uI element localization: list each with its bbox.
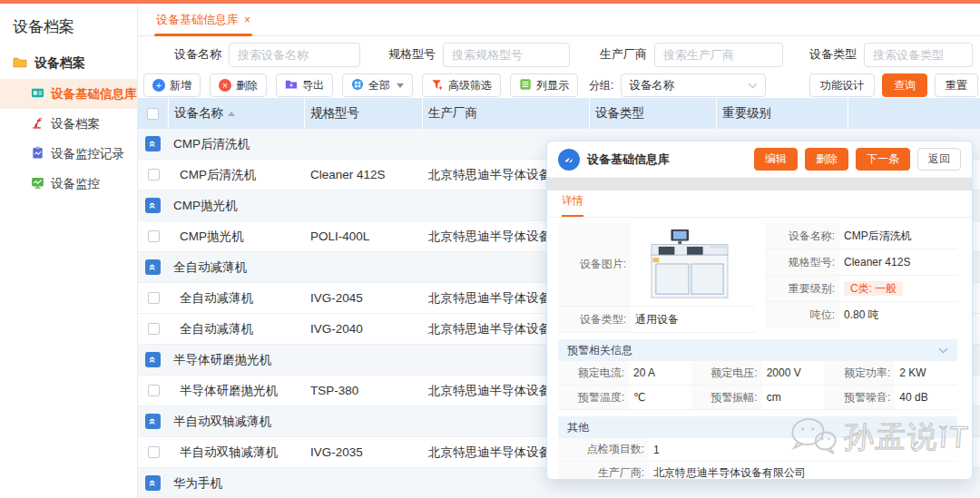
row-checkbox[interactable] — [148, 292, 160, 304]
device-name-input[interactable] — [229, 43, 360, 67]
clipboard-icon — [31, 146, 44, 162]
modal-header: 设备基础信息库 编辑 删除 下一条 返回 — [547, 142, 972, 178]
tab-label: 设备基础信息库 — [156, 12, 239, 28]
export-folder-icon — [285, 78, 298, 93]
collapse-group-icon[interactable]: « — [145, 475, 161, 491]
monitor-chart-icon — [31, 176, 44, 192]
sidebar-item-label: 设备档案 — [51, 116, 100, 132]
export-button[interactable]: 导出 — [276, 73, 333, 97]
funnel-icon — [431, 78, 444, 93]
page-title: 设备档案 — [0, 4, 137, 48]
add-button[interactable]: + 新增 — [143, 73, 201, 97]
sidebar: 设备档案 设备档案 设备基础信息库 设备档案 设备监控记录 设备监控 — [0, 4, 138, 498]
equipment-photo — [631, 225, 742, 304]
level-label: 重要级别: — [765, 276, 839, 301]
app-logo-icon — [558, 149, 580, 171]
filter-label: 规格型号 — [388, 46, 436, 63]
toolbar: + 新增 × 删除 导出 全部 高级筛选 — [138, 73, 980, 98]
modal-divider-strip — [547, 178, 972, 190]
collapse-group-icon[interactable]: « — [145, 198, 161, 213]
advanced-filter-button[interactable]: 高级筛选 — [422, 73, 501, 97]
select-all-checkbox[interactable] — [147, 108, 159, 120]
sidebar-item-device-archive-root[interactable]: 设备档案 — [0, 48, 137, 79]
level-badge: C类: 一般 — [844, 281, 903, 296]
group-by-value: 设备名称 — [629, 78, 674, 93]
model-label: 规格型号: — [765, 249, 839, 275]
other-section-header[interactable]: 其他 — [558, 416, 957, 438]
columns-list-icon — [519, 78, 532, 93]
collapse-group-icon[interactable]: « — [145, 414, 161, 429]
table-header: 设备名称 规格型号 生产厂商 设备类型 重要级别 — [138, 98, 980, 129]
sidebar-item-device-monitor-records[interactable]: 设备监控记录 — [0, 139, 137, 169]
tab-detail[interactable]: 详情 — [562, 193, 583, 217]
device-type-input[interactable] — [864, 43, 973, 67]
collapse-group-icon[interactable]: « — [145, 259, 161, 275]
other-fields: 点检项目数:1 生产厂商:北京特思迪半导体设备有限公司 — [558, 438, 957, 480]
name-label: 设备名称: — [765, 223, 839, 249]
model-value: Cleaner 412S — [839, 256, 910, 269]
collapse-group-icon[interactable]: « — [145, 136, 161, 151]
warning-fields: 额定电流:20 A 额定电压:2000 V 额定功率:2 KW 预警温度:℃ 预… — [558, 361, 957, 410]
caret-down-icon — [397, 83, 404, 88]
type-value: 通用设备 — [631, 312, 679, 327]
sidebar-item-label: 设备监控记录 — [51, 146, 124, 162]
warning-section-header[interactable]: 预警相关信息 — [558, 339, 957, 361]
sidebar-item-label: 设备监控 — [51, 176, 100, 192]
type-label: 设备类型: — [558, 307, 631, 332]
tonnage-label: 吨位: — [765, 302, 839, 328]
chevron-down-icon — [938, 347, 948, 354]
column-header-level[interactable]: 重要级别 — [717, 98, 848, 129]
chevron-down-icon — [938, 425, 948, 431]
plus-circle-icon: + — [152, 79, 165, 92]
filter-label: 生产厂商 — [600, 46, 647, 63]
filter-device-type: 设备类型 — [809, 43, 973, 67]
column-header-name[interactable]: 设备名称 — [169, 98, 305, 129]
filter-bar: 设备名称 规格型号 生产厂商 设备类型 — [138, 36, 980, 73]
manufacturer-input[interactable] — [654, 43, 783, 67]
sidebar-item-device-info-db[interactable]: 设备基础信息库 — [0, 79, 137, 109]
reset-button[interactable]: 重置 — [935, 73, 978, 97]
grid-circle-icon — [351, 78, 364, 93]
collapse-group-icon[interactable]: « — [145, 352, 161, 367]
filter-label: 设备名称 — [174, 46, 221, 63]
name-value: CMP后清洗机 — [839, 229, 912, 244]
row-checkbox[interactable] — [148, 446, 160, 458]
next-record-button[interactable]: 下一条 — [856, 148, 910, 171]
modal-title: 设备基础信息库 — [587, 151, 670, 168]
modal-tab-bar: 详情 — [547, 190, 972, 218]
function-design-button[interactable]: 功能设计 — [809, 73, 875, 97]
row-checkbox[interactable] — [148, 385, 160, 396]
chevron-down-icon — [748, 79, 758, 92]
filter-model: 规格型号 — [388, 43, 570, 67]
back-button[interactable]: 返回 — [917, 148, 961, 171]
modal-delete-button[interactable]: 删除 — [805, 148, 848, 171]
id-card-icon — [31, 86, 44, 103]
detail-modal: 设备基础信息库 编辑 删除 下一条 返回 详情 设备图片: — [546, 141, 973, 480]
row-checkbox[interactable] — [148, 230, 160, 242]
column-header-model[interactable]: 规格型号 — [305, 98, 423, 129]
edit-button[interactable]: 编辑 — [754, 148, 798, 171]
sidebar-item-label: 设备基础信息库 — [51, 86, 137, 103]
column-header-manufacturer[interactable]: 生产厂商 — [423, 98, 590, 129]
row-checkbox[interactable] — [148, 323, 160, 335]
row-checkbox[interactable] — [148, 169, 160, 181]
tab-close-icon[interactable]: × — [244, 14, 250, 26]
model-input[interactable] — [443, 43, 570, 67]
sort-asc-icon — [228, 112, 235, 116]
sidebar-item-device-monitor[interactable]: 设备监控 — [0, 169, 137, 199]
close-circle-icon: × — [219, 79, 231, 92]
folder-icon — [13, 55, 27, 73]
query-button[interactable]: 查询 — [882, 73, 927, 97]
tonnage-value: 0.80 吨 — [839, 308, 879, 323]
filter-label: 设备类型 — [809, 46, 857, 63]
delete-button[interactable]: × 删除 — [210, 73, 267, 97]
scope-all-dropdown[interactable]: 全部 — [342, 73, 413, 97]
sidebar-item-device-archive[interactable]: 设备档案 — [0, 109, 137, 139]
tab-device-info-db[interactable]: 设备基础信息库 × — [156, 4, 250, 36]
group-by-select[interactable]: 设备名称 — [621, 73, 766, 97]
filter-manufacturer: 生产厂商 — [600, 43, 783, 67]
column-header-extra — [848, 98, 980, 129]
column-display-button[interactable]: 列显示 — [510, 73, 578, 97]
column-header-type[interactable]: 设备类型 — [590, 98, 717, 129]
robot-arm-icon — [31, 116, 44, 132]
